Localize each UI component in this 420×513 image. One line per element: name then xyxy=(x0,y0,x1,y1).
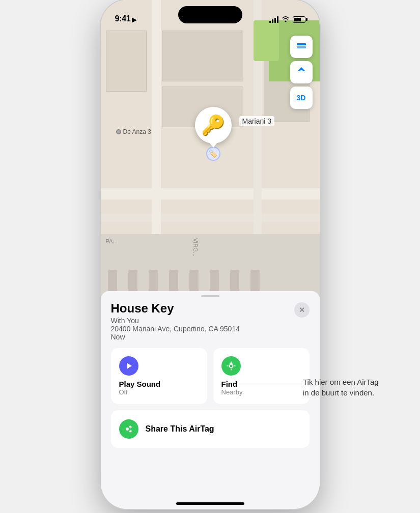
find-nearby-icon-circle xyxy=(221,356,241,376)
svg-point-5 xyxy=(126,428,129,431)
item-time: Now xyxy=(111,333,310,341)
map-area[interactable]: PA... VIRG... De Anza 3 Mariani 3 🔑 🏷️ xyxy=(101,0,320,305)
svg-rect-1 xyxy=(297,46,306,48)
action-row: Play Sound Off Find Nearby xyxy=(111,348,310,404)
map-type-button[interactable] xyxy=(290,36,313,58)
share-airtag-button[interactable]: Share This AirTag xyxy=(111,410,310,448)
map-pin-bubble: 🔑 xyxy=(195,107,232,144)
bottom-sheet: House Key With You 20400 Mariani Ave, Cu… xyxy=(101,299,320,509)
home-indicator xyxy=(176,502,244,505)
play-sound-icon-circle xyxy=(119,356,138,376)
svg-marker-4 xyxy=(230,362,233,364)
3d-label: 3D xyxy=(297,94,306,102)
map-pin[interactable]: 🔑 🏷️ xyxy=(195,107,232,161)
annotation-text: Tik hier om een AirTag in de buurt te vi… xyxy=(303,377,405,398)
status-icons xyxy=(269,15,305,23)
close-icon: ✕ xyxy=(299,306,305,314)
play-sound-label: Play Sound Off xyxy=(119,380,161,396)
3d-button[interactable]: 3D xyxy=(290,87,313,109)
status-time: 9:41 xyxy=(115,14,131,23)
location-arrow-map-icon xyxy=(296,66,306,78)
share-icon-circle xyxy=(119,419,138,439)
drag-handle xyxy=(201,295,219,297)
annotation-line xyxy=(238,385,304,385)
close-button[interactable]: ✕ xyxy=(294,302,310,318)
phone-frame: 9:41 ▶ xyxy=(101,0,320,509)
signal-icon xyxy=(269,16,278,23)
map-layers-icon xyxy=(296,40,307,53)
item-address: 20400 Mariani Ave, Cupertino, CA 95014 xyxy=(111,325,310,333)
location-button[interactable] xyxy=(290,61,313,83)
item-title: House Key xyxy=(111,301,310,316)
svg-rect-0 xyxy=(297,43,306,45)
wifi-icon xyxy=(282,15,290,23)
dynamic-island xyxy=(178,6,242,23)
battery-icon xyxy=(293,16,305,23)
svg-marker-2 xyxy=(127,363,132,369)
find-nearby-label: Find Nearby xyxy=(221,380,243,396)
map-buttons: 3D xyxy=(290,36,313,109)
svg-point-3 xyxy=(229,364,233,368)
map-label-deanza: De Anza 3 xyxy=(116,128,151,135)
find-nearby-button[interactable]: Find Nearby xyxy=(213,348,310,404)
map-pin-small: 🏷️ xyxy=(206,147,220,161)
item-subtitle: With You xyxy=(111,317,310,325)
share-label: Share This AirTag xyxy=(146,424,214,434)
location-arrow-icon: ▶ xyxy=(132,16,137,23)
map-label-mariani: Mariani 3 xyxy=(239,116,275,126)
play-sound-button[interactable]: Play Sound Off xyxy=(111,348,207,404)
